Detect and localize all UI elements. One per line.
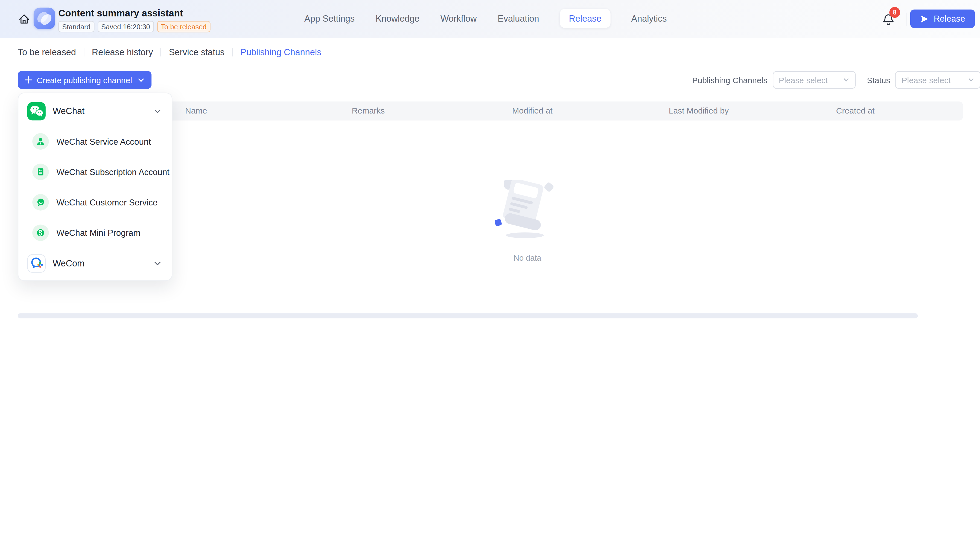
subnav-service-status[interactable]: Service status: [169, 47, 224, 57]
release-subnav: To be released Release history Service s…: [18, 47, 321, 57]
subnav-separator: [84, 48, 84, 56]
wechat-logo-icon: [27, 102, 46, 120]
plus-icon: [25, 76, 32, 84]
create-button-label: Create publishing channel: [37, 75, 132, 85]
column-header-modified-at: Modified at: [512, 102, 552, 121]
status-filter-placeholder: Please select: [902, 75, 950, 85]
home-icon: [18, 13, 30, 25]
page-title: Content summary assistant: [58, 8, 183, 18]
empty-state: No data: [485, 180, 569, 262]
tab-knowledge[interactable]: Knowledge: [376, 13, 420, 24]
horizontal-scrollbar-thumb[interactable]: [18, 313, 918, 318]
tab-workflow[interactable]: Workflow: [441, 13, 477, 24]
tab-app-settings[interactable]: App Settings: [304, 13, 355, 24]
subnav-to-be-released[interactable]: To be released: [18, 47, 76, 57]
channels-filter-label: Publishing Channels: [692, 75, 767, 85]
mini-program-icon: [32, 224, 49, 241]
main-nav: App Settings Knowledge Workflow Evaluati…: [304, 9, 667, 28]
menu-group-label: WeChat: [52, 106, 84, 116]
send-icon: [920, 14, 929, 23]
home-button[interactable]: [17, 12, 31, 26]
publishing-channels-page: Content summary assistant Standard Saved…: [0, 0, 980, 546]
table-filters: Publishing Channels Please select Status…: [692, 71, 980, 89]
publishing-channel-menu: WeChat WeChat Service Account: [18, 92, 173, 281]
saved-badge: Saved 16:20:30: [97, 21, 154, 33]
app-header: Content summary assistant Standard Saved…: [0, 0, 980, 38]
subnav-separator: [232, 48, 233, 56]
tab-evaluation[interactable]: Evaluation: [498, 13, 539, 24]
menu-item-wechat-service-account[interactable]: WeChat Service Account: [18, 126, 172, 156]
column-header-last-modified-by: Last Modified by: [669, 102, 729, 121]
menu-group-wechat[interactable]: WeChat: [18, 96, 172, 126]
chevron-down-icon: [153, 107, 162, 115]
customer-service-icon: [32, 194, 49, 210]
menu-item-label: WeChat Subscription Account: [56, 167, 169, 177]
chevron-down-icon: [138, 76, 145, 83]
no-data-illustration: [490, 180, 565, 238]
release-button-label: Release: [934, 14, 965, 24]
service-account-icon: [32, 133, 49, 150]
create-publishing-channel-button[interactable]: Create publishing channel: [18, 71, 152, 89]
tab-analytics[interactable]: Analytics: [632, 13, 667, 24]
menu-item-wechat-mini-program[interactable]: WeChat Mini Program: [18, 218, 172, 248]
wecom-logo-icon: [27, 254, 46, 272]
menu-group-label: WeCom: [52, 258, 84, 268]
app-window: Content summary assistant Standard Saved…: [0, 0, 980, 546]
subnav-release-history[interactable]: Release history: [92, 47, 153, 57]
menu-item-label: WeChat Mini Program: [56, 228, 140, 237]
status-badge: To be released: [157, 21, 210, 33]
status-filter-select[interactable]: Please select: [895, 71, 980, 89]
channels-filter-select[interactable]: Please select: [772, 71, 856, 89]
app-avatar: [33, 8, 55, 29]
notification-count-badge: 8: [889, 7, 900, 18]
tab-release[interactable]: Release: [560, 9, 610, 28]
header-divider: [906, 13, 907, 26]
app-badges: Standard Saved 16:20:30 To be released: [58, 21, 210, 33]
chevron-down-icon: [843, 77, 849, 83]
subnav-separator: [161, 48, 161, 56]
notifications-button[interactable]: 8: [882, 11, 899, 28]
release-button[interactable]: Release: [910, 10, 975, 28]
subscription-account-icon: [32, 164, 49, 180]
menu-item-label: WeChat Service Account: [56, 137, 151, 146]
menu-item-wechat-customer-service[interactable]: WeChat Customer Service: [18, 187, 172, 218]
plan-badge: Standard: [58, 21, 94, 33]
menu-group-wecom[interactable]: WeCom: [18, 248, 172, 278]
chevron-down-icon: [153, 259, 162, 267]
menu-item-wechat-subscription-account[interactable]: WeChat Subscription Account: [18, 157, 172, 187]
chevron-down-icon: [968, 77, 975, 83]
column-header-remarks: Remarks: [352, 102, 385, 121]
subnav-publishing-channels[interactable]: Publishing Channels: [240, 47, 321, 57]
column-header-name: Name: [185, 102, 207, 121]
channels-filter-placeholder: Please select: [779, 75, 828, 85]
no-data-text: No data: [514, 253, 541, 262]
column-header-created-at: Created at: [836, 102, 875, 121]
status-filter-label: Status: [867, 75, 890, 85]
menu-item-label: WeChat Customer Service: [56, 197, 158, 207]
